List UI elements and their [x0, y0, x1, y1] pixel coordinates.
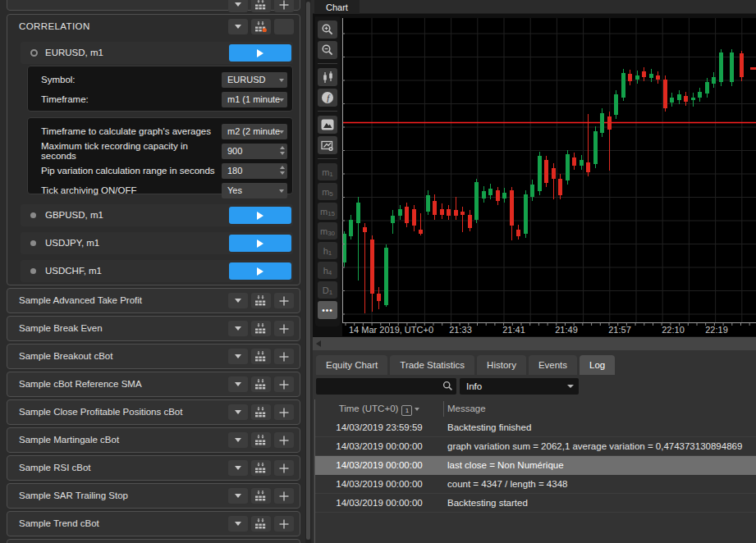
timeframe-button-m30[interactable]: m30: [318, 222, 337, 240]
drawing-objects-button[interactable]: [318, 116, 337, 134]
sidebar-scrollbar[interactable]: [305, 0, 311, 543]
scroll-left-icon[interactable]: [316, 340, 321, 347]
log-row[interactable]: 14/03/2019 23:59:59Backtesting finished: [315, 418, 756, 437]
cbot-panel-clipped-top[interactable]: [7, 0, 300, 11]
bot-panel[interactable]: Sample SAR Trailing Stop: [7, 483, 300, 509]
expand-button[interactable]: [228, 293, 248, 308]
add-instance-button[interactable]: [274, 321, 294, 336]
parameters-button[interactable]: [251, 376, 271, 392]
timeframe-button-m1[interactable]: m1: [318, 163, 337, 180]
log-row[interactable]: 14/03/2019 00:00:00Backtesting started: [315, 494, 756, 513]
parameter-stepper[interactable]: 180: [222, 163, 287, 179]
parameters-grid-icon: [255, 379, 267, 390]
expand-button[interactable]: [228, 404, 248, 420]
add-instance-button[interactable]: [274, 432, 294, 448]
tab-log[interactable]: Log: [580, 355, 615, 375]
add-instance-button[interactable]: [274, 376, 294, 392]
timeframe-button-h4[interactable]: h4: [318, 262, 337, 279]
expand-button[interactable]: [228, 349, 248, 364]
cbot-instance-row[interactable]: GBPUSD, m1: [21, 204, 293, 226]
expand-button[interactable]: [228, 0, 248, 12]
log-row[interactable]: 14/03/2019 00:00:00last close = Non Numé…: [315, 456, 756, 475]
column-divider[interactable]: [443, 401, 444, 417]
parameters-button[interactable]: [251, 488, 271, 504]
more-timeframes-button[interactable]: •••: [318, 301, 337, 319]
start-backtest-button[interactable]: [229, 262, 291, 280]
bot-panel[interactable]: Sample Close Profitable Positions cBot: [7, 399, 300, 425]
candlestick-chart[interactable]: 14 Mar 2019, UTC+021:3321:4121:4921:5722…: [342, 18, 756, 336]
expand-button[interactable]: [228, 460, 248, 476]
parameters-button[interactable]: [251, 0, 271, 12]
bot-panel-clipped-bottom[interactable]: [7, 539, 300, 543]
parameters-button[interactable]: [251, 349, 271, 364]
add-instance-button[interactable]: [274, 19, 294, 34]
bot-panel[interactable]: Sample Martingale cBot: [7, 427, 300, 453]
cbot-instance-row[interactable]: USDJPY, m1: [21, 232, 293, 254]
log-row[interactable]: 14/03/2019 00:00:00graph variation sum =…: [315, 437, 756, 456]
time-column-header[interactable]: Time (UTC+0)1: [315, 404, 443, 416]
parameters-button[interactable]: [251, 432, 271, 448]
parameter-select[interactable]: Yes: [222, 183, 287, 198]
log-search-input[interactable]: [316, 378, 456, 395]
bot-panel[interactable]: Sample Break Even: [7, 316, 300, 341]
add-instance-button[interactable]: [274, 293, 294, 308]
parameters-button[interactable]: [251, 516, 271, 532]
parameter-select[interactable]: EURUSD: [222, 72, 287, 88]
timeframe-button-m15[interactable]: m15: [318, 203, 337, 220]
tab-equity-chart[interactable]: Equity Chart: [316, 355, 387, 375]
bot-panel[interactable]: Sample Advanced Take Profit: [7, 288, 300, 313]
start-backtest-button[interactable]: [229, 235, 291, 252]
parameters-button[interactable]: [251, 460, 271, 476]
expand-button[interactable]: [228, 432, 248, 448]
cbot-instance-row[interactable]: EURUSD, m1: [21, 42, 293, 64]
chevron-down-icon: [567, 385, 574, 388]
start-backtest-button[interactable]: [229, 44, 291, 62]
zoom-out-button[interactable]: [318, 41, 337, 59]
tab-events[interactable]: Events: [529, 355, 577, 375]
parameters-button[interactable]: [251, 404, 271, 420]
bot-panel[interactable]: Sample cBot Reference SMA: [7, 372, 300, 397]
bot-panel[interactable]: Sample Trend cBot: [7, 511, 300, 536]
parameters-button[interactable]: [251, 293, 271, 308]
add-instance-button[interactable]: [274, 404, 294, 420]
stepper-arrows[interactable]: [280, 166, 285, 175]
add-instance-button[interactable]: [274, 460, 294, 476]
parameter-select[interactable]: m2 (2 minute: [222, 124, 287, 139]
expand-button[interactable]: [228, 516, 248, 532]
add-instance-button[interactable]: [274, 349, 294, 364]
parameters-grid-icon: [255, 518, 267, 529]
log-level-select[interactable]: Info: [460, 378, 579, 395]
expand-button[interactable]: [228, 376, 248, 392]
expand-button[interactable]: [228, 488, 248, 504]
add-instance-button[interactable]: [274, 488, 294, 504]
timeframe-button-h1[interactable]: h1: [318, 242, 337, 259]
tab-trade-statistics[interactable]: Trade Statistics: [390, 355, 474, 375]
chart-settings-button[interactable]: [318, 136, 337, 154]
timeframe-button-D1[interactable]: D1: [318, 281, 337, 299]
parameters-button[interactable]: [251, 19, 271, 34]
bot-panel[interactable]: Sample Breakout cBot: [7, 344, 300, 369]
timeframe-button-m5[interactable]: m5: [318, 183, 337, 200]
parameter-stepper[interactable]: 900: [222, 144, 287, 159]
chart-type-button[interactable]: [318, 68, 337, 86]
zoom-in-button[interactable]: [318, 21, 337, 39]
collapse-button[interactable]: [228, 19, 248, 34]
log-row[interactable]: 14/03/2019 00:00:00count = 4347 / length…: [315, 475, 756, 494]
scrollbar-thumb[interactable]: [306, 2, 310, 540]
tab-chart[interactable]: Chart: [314, 0, 360, 14]
expand-button[interactable]: [228, 321, 248, 336]
stepper-arrows[interactable]: [280, 146, 285, 155]
cbot-sidebar: CORRELATION EURUSD, m1GBPUSD, m1USDJPY, …: [0, 0, 303, 543]
cbot-instance-row[interactable]: USDCHF, m1: [21, 260, 293, 282]
add-instance-button[interactable]: [274, 516, 294, 532]
parameters-button[interactable]: [251, 321, 271, 336]
tab-history[interactable]: History: [477, 355, 526, 375]
indicators-button[interactable]: f: [318, 89, 337, 107]
add-instance-button[interactable]: [274, 0, 294, 12]
message-column-header[interactable]: Message: [447, 404, 486, 413]
parameter-row: Timeframe:m1 (1 minute: [28, 89, 289, 109]
chart-scrollbar[interactable]: [313, 337, 756, 350]
parameter-select[interactable]: m1 (1 minute: [222, 92, 287, 107]
bot-panel[interactable]: Sample RSI cBot: [7, 455, 300, 481]
start-backtest-button[interactable]: [229, 207, 291, 224]
